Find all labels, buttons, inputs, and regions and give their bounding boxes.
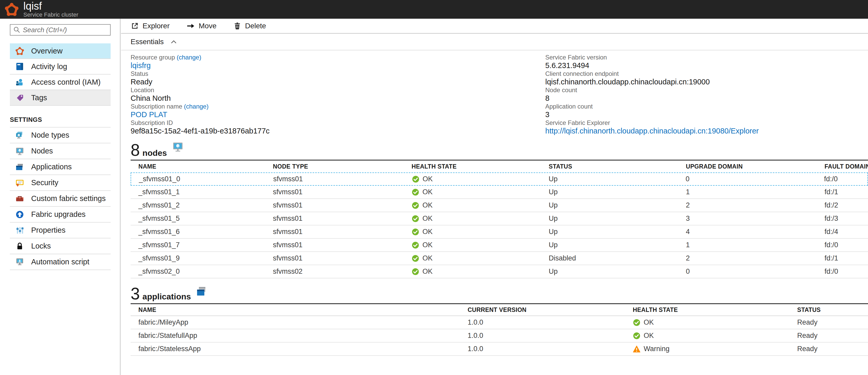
sidebar-item-locks[interactable]: Locks <box>10 239 111 254</box>
essentials-title: Essentials <box>131 38 164 46</box>
toolbox-icon <box>15 194 24 204</box>
ok-health-icon <box>411 188 419 196</box>
delete-button[interactable]: Delete <box>233 22 266 30</box>
essentials-toggle[interactable]: Essentials <box>121 34 868 51</box>
table-row[interactable]: fabric:/MileyApp 1.0.0 OK Ready <box>131 316 868 329</box>
move-arrow-icon <box>186 22 195 30</box>
ok-health-icon <box>411 241 419 249</box>
essentials-right-column: Service Fabric version 5.6.231.9494 Clie… <box>545 54 868 135</box>
sidebar-nav: Overview Activity log Access control (IA… <box>10 43 111 106</box>
sidebar-item-tags[interactable]: Tags <box>10 90 111 106</box>
col-node-type: NODE TYPE <box>273 163 411 170</box>
field-status: Status Ready <box>131 70 545 86</box>
col-fault-domain: FAULT DOMAIN <box>825 163 868 170</box>
service-fabric-icon <box>15 46 24 56</box>
tag-icon <box>15 93 24 102</box>
sidebar-item-fabric-upgrades[interactable]: Fabric upgrades <box>10 207 111 223</box>
applications-section: 3 applications NAME CURRENT VERSION HEAL… <box>131 285 868 356</box>
col-status: STATUS <box>549 163 686 170</box>
ok-health-icon <box>411 201 419 209</box>
table-row[interactable]: _sfvmss01_1 sfvmss01 OK Up 1 fd:/1 <box>131 186 868 199</box>
sidebar-item-label: Custom fabric settings <box>31 194 106 203</box>
sidebar-item-label: Overview <box>31 47 63 55</box>
security-certificate-icon <box>15 178 24 187</box>
automation-script-icon <box>15 257 24 267</box>
status-value: Ready <box>131 77 545 86</box>
field-location: Location China North <box>131 86 545 102</box>
sidebar-item-access-control[interactable]: Access control (IAM) <box>10 74 111 90</box>
field-resource-group: Resource group (change) lqisfrg <box>131 54 545 70</box>
move-button[interactable]: Move <box>186 22 216 30</box>
sidebar-item-overview[interactable]: Overview <box>10 43 111 59</box>
sf-version-value: 5.6.231.9494 <box>545 61 868 70</box>
sidebar-item-activity-log[interactable]: Activity log <box>10 59 111 74</box>
nodes-table-header: NAME NODE TYPE HEALTH STATE STATUS UPGRA… <box>131 160 868 173</box>
subscription-name-link[interactable]: POD PLAT <box>131 111 167 119</box>
ok-health-icon <box>633 332 641 340</box>
sliders-icon <box>15 226 24 235</box>
sidebar-item-custom-fabric-settings[interactable]: Custom fabric settings <box>10 191 111 207</box>
ok-health-icon <box>411 215 419 223</box>
field-sf-version: Service Fabric version 5.6.231.9494 <box>545 54 868 70</box>
applications-count: 3 <box>131 286 140 301</box>
sidebar-item-node-types[interactable]: Node types <box>10 127 111 143</box>
field-label: Subscription name <box>131 103 182 110</box>
node-monitor-icon <box>172 142 184 154</box>
table-row[interactable]: _sfvmss01_9 sfvmss01 OK Disabled 2 fd:/1 <box>131 252 868 265</box>
change-subscription-link[interactable]: (change) <box>184 103 209 110</box>
field-label: Resource group <box>131 54 175 61</box>
table-row[interactable]: _sfvmss02_0 sfvmss02 OK Up 0 fd:/0 <box>131 265 868 278</box>
field-subscription-name: Subscription name (change) POD PLAT <box>131 102 545 119</box>
search-input[interactable] <box>23 26 107 34</box>
sidebar-item-automation-script[interactable]: Automation script <box>10 254 111 270</box>
nodes-icon <box>15 147 24 156</box>
table-row[interactable]: _sfvmss01_2 sfvmss01 OK Up 2 fd:/2 <box>131 199 868 212</box>
sidebar-item-applications[interactable]: Applications <box>10 159 111 175</box>
sidebar-item-nodes[interactable]: Nodes <box>10 143 111 159</box>
field-application-count: Application count 3 <box>545 102 868 119</box>
content: Explorer Move Delete Essentials <box>121 19 868 375</box>
application-count-value: 3 <box>545 111 868 119</box>
move-label: Move <box>198 22 216 30</box>
table-row[interactable]: _sfvmss01_5 sfvmss01 OK Up 3 fd:/3 <box>131 212 868 225</box>
col-health-state: HEALTH STATE <box>411 163 549 170</box>
page-title: lqisf <box>23 1 79 11</box>
table-row[interactable]: fabric:/StatelessApp 1.0.0 Warning Ready <box>131 343 868 356</box>
resource-group-link[interactable]: lqisfrg <box>131 61 151 70</box>
col-name: NAME <box>131 163 273 170</box>
sidebar-item-label: Security <box>31 179 58 187</box>
change-resource-group-link[interactable]: (change) <box>177 54 201 61</box>
chevron-up-icon <box>170 40 177 44</box>
explorer-label: Explorer <box>143 22 169 30</box>
sf-explorer-link[interactable]: http://lqisf.chinanorth.cloudapp.chinacl… <box>545 127 759 135</box>
applications-heading: 3 applications <box>131 285 868 301</box>
col-current-version: CURRENT VERSION <box>468 307 633 313</box>
applications-windows-icon <box>195 286 208 298</box>
table-row[interactable]: _sfvmss01_7 sfvmss01 OK Up 1 fd:/0 <box>131 239 868 252</box>
app-header: lqisf Service Fabric cluster <box>0 0 868 19</box>
trash-icon <box>233 22 242 30</box>
access-control-icon <box>15 77 24 87</box>
table-row[interactable]: fabric:/StatefullApp 1.0.0 OK Ready <box>131 329 868 343</box>
page-subtitle: Service Fabric cluster <box>23 11 79 18</box>
sidebar-settings-header: SETTINGS <box>10 116 111 123</box>
nodes-heading: 8 nodes <box>131 142 868 158</box>
node-types-icon <box>15 131 24 140</box>
applications-icon <box>15 162 24 171</box>
essentials-left-column: Resource group (change) lqisfrg Status R… <box>131 54 545 135</box>
nodes-word: nodes <box>143 148 167 158</box>
toolbar: Explorer Move Delete <box>121 19 868 34</box>
ok-health-icon <box>411 228 419 236</box>
ok-health-icon <box>411 268 419 276</box>
sidebar-item-security[interactable]: Security <box>10 175 111 191</box>
applications-word: applications <box>143 292 191 301</box>
sidebar-item-label: Applications <box>31 163 72 171</box>
table-row[interactable]: _sfvmss01_6 sfvmss01 OK Up 4 fd:/4 <box>131 225 868 239</box>
explorer-button[interactable]: Explorer <box>131 22 169 30</box>
delete-label: Delete <box>245 22 266 30</box>
col-name: NAME <box>131 307 468 313</box>
node-count-value: 8 <box>545 94 868 102</box>
table-row[interactable]: _sfvmss01_0 sfvmss01 OK Up 0 fd:/0 <box>131 173 868 186</box>
sidebar-item-properties[interactable]: Properties <box>10 223 111 239</box>
sidebar-settings-nav: Node types Nodes Applications <box>10 127 111 270</box>
